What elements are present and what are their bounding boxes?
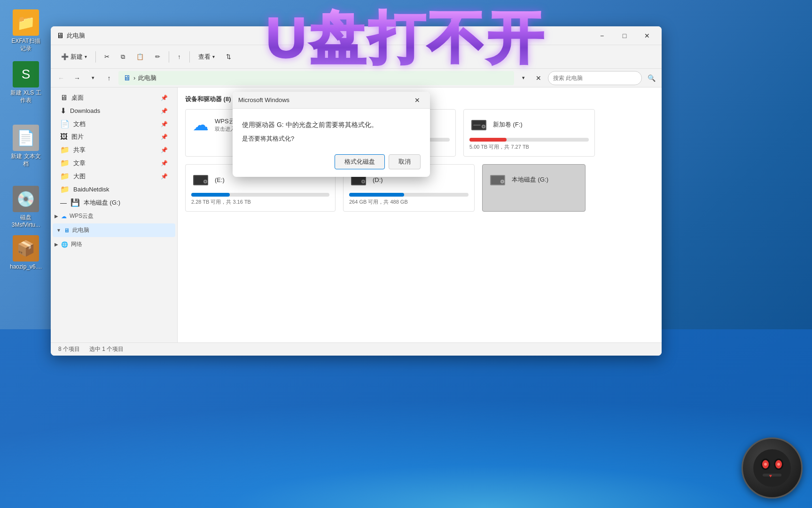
close-address-button[interactable]: ✕ bbox=[532, 71, 545, 85]
title-bar-text: 此电脑 bbox=[67, 32, 85, 40]
toolbar: ➕ 新建 ▾ ✂ ⧉ 📋 ✏ ↑ 查看 ▾ ⇅ bbox=[51, 45, 662, 69]
cut-icon: ✂ bbox=[104, 53, 109, 60]
minimize-button[interactable]: − bbox=[591, 28, 613, 43]
dialog-close-button[interactable]: ✕ bbox=[410, 94, 424, 107]
view-dropdown-icon: ▾ bbox=[212, 54, 215, 59]
search-input[interactable] bbox=[548, 71, 642, 85]
svg-point-23 bbox=[753, 449, 791, 487]
e-drive-icon bbox=[191, 170, 210, 189]
back-button[interactable]: ← bbox=[55, 71, 68, 85]
path-icon: 🖥 bbox=[123, 74, 131, 82]
desktop-icon-text[interactable]: 📄 新建 文本文档 bbox=[5, 125, 47, 167]
desktop-icon-haozip[interactable]: 📦 haozip_v6.... bbox=[5, 235, 47, 271]
e-drive-size: 2.28 TB 可用，共 3.16 TB bbox=[191, 198, 329, 206]
bigpic-icon: 📁 bbox=[60, 172, 70, 181]
new-button[interactable]: ➕ 新建 ▾ bbox=[56, 51, 92, 63]
title-bar-controls: − □ ✕ bbox=[591, 26, 658, 45]
sidebar-item-bigpic[interactable]: 📁 大图 📌 bbox=[53, 170, 175, 183]
pin-icon-downloads: 📌 bbox=[161, 108, 168, 114]
d-drive-bar-fill bbox=[349, 193, 404, 197]
desktop-icon: 🖥 bbox=[60, 94, 68, 102]
view-button[interactable]: 查看 ▾ bbox=[194, 51, 219, 63]
path-text: 此电脑 bbox=[138, 74, 156, 82]
item-count: 8 个项目 bbox=[58, 345, 80, 353]
dialog-title: Microsoft Windows bbox=[238, 96, 410, 103]
up-button[interactable]: ↑ bbox=[102, 71, 116, 85]
sidebar-item-baidunetdisk[interactable]: 📁 BaiduNetdisk bbox=[53, 183, 175, 196]
robot-mascot: ♥ bbox=[742, 437, 803, 499]
rename-icon: ✏ bbox=[155, 53, 160, 60]
toolbar-separator-2 bbox=[169, 51, 169, 63]
d-drive-size: 264 GB 可用，共 488 GB bbox=[349, 198, 468, 206]
wps-cloud-icon: ☁ bbox=[61, 213, 67, 220]
sidebar-item-articles[interactable]: 📁 文章 📌 bbox=[53, 157, 175, 169]
share-button[interactable]: ↑ bbox=[173, 51, 186, 62]
sidebar-section-wps[interactable]: ▶ ☁ WPS云盘 bbox=[51, 209, 177, 223]
cancel-button[interactable]: 取消 bbox=[389, 154, 421, 169]
format-button[interactable]: 格式化磁盘 bbox=[335, 154, 385, 169]
pin-icon-articles: 📌 bbox=[161, 160, 168, 167]
e-drive-name: (E:) bbox=[215, 176, 329, 183]
maximize-button[interactable]: □ bbox=[614, 28, 635, 43]
sidebar-item-desktop[interactable]: 🖥 桌面 📌 bbox=[53, 92, 175, 104]
sidebar-item-downloads[interactable]: ⬇ Downloads 📌 bbox=[53, 104, 175, 117]
sidebar-item-shared[interactable]: 📁 共享 📌 bbox=[53, 143, 175, 156]
articles-icon: 📁 bbox=[60, 159, 70, 167]
recent-button[interactable]: ▾ bbox=[86, 71, 100, 85]
svg-rect-30 bbox=[763, 474, 781, 476]
sidebar-item-local-g[interactable]: — 💾 本地磁盘 (G:) bbox=[53, 196, 175, 209]
downloads-icon: ⬇ bbox=[60, 106, 66, 115]
e-drive-bar-fill bbox=[191, 193, 230, 197]
dialog-body: 使用驱动器 G: 中的光盘之前需要将其格式化。 是否要将其格式化? 格式化磁盘 … bbox=[233, 109, 430, 177]
desktop-icon-disk[interactable]: 💿 磁盘3MsfVirtu... bbox=[5, 186, 47, 229]
dropdown-button[interactable]: ▾ bbox=[517, 71, 530, 85]
svg-text:♥: ♥ bbox=[769, 473, 772, 478]
path-separator: › bbox=[133, 74, 135, 81]
local-g-icon: 💾 bbox=[70, 198, 80, 207]
e-drive-bar-bg bbox=[191, 193, 329, 197]
network-arrow-icon: ▶ bbox=[55, 242, 58, 247]
pin-icon-pictures: 📌 bbox=[161, 134, 168, 140]
title-bar-icon: 🖥 bbox=[56, 32, 64, 40]
pin-icon: 📌 bbox=[161, 95, 168, 101]
pin-icon-documents: 📌 bbox=[161, 121, 168, 127]
f-drive-bar-bg bbox=[469, 138, 589, 142]
address-path[interactable]: 🖥 › 此电脑 bbox=[118, 71, 514, 85]
search-button[interactable]: 🔍 bbox=[645, 71, 658, 85]
sidebar-section-network[interactable]: ▶ 🌐 网络 bbox=[51, 238, 177, 251]
desktop-icon-excel[interactable]: S 新建 XLS 工作表 bbox=[5, 61, 47, 104]
f-drive-name: 新加卷 (F:) bbox=[493, 120, 589, 129]
paste-icon: 📋 bbox=[136, 53, 144, 60]
dialog-message: 使用驱动器 G: 中的光盘之前需要将其格式化。 bbox=[242, 120, 421, 130]
pin-icon-bigpic: 📌 bbox=[161, 173, 168, 180]
paste-button[interactable]: 📋 bbox=[132, 51, 148, 62]
sidebar: 🖥 桌面 📌 ⬇ Downloads 📌 📄 文档 📌 🖼 图片 📌 📁 bbox=[51, 87, 178, 342]
svg-point-18 bbox=[362, 181, 364, 183]
wps-drive-icon: ☁ bbox=[191, 115, 210, 134]
selected-count: 选中 1 个项目 bbox=[89, 345, 124, 353]
sidebar-section-thispc[interactable]: ▼ 🖥 此电脑 bbox=[53, 223, 175, 237]
shared-icon: 📁 bbox=[60, 145, 70, 154]
forward-button[interactable]: → bbox=[70, 71, 84, 85]
svg-point-14 bbox=[204, 181, 206, 183]
close-button[interactable]: ✕ bbox=[636, 28, 658, 43]
d-drive-name: (D:) bbox=[373, 176, 468, 183]
title-bar: 🖥 此电脑 − □ ✕ bbox=[51, 26, 662, 45]
baidunetdisk-icon: 📁 bbox=[60, 185, 70, 194]
dialog-buttons: 格式化磁盘 取消 bbox=[242, 154, 421, 169]
cut-button[interactable]: ✂ bbox=[100, 51, 114, 62]
copy-button[interactable]: ⧉ bbox=[116, 51, 130, 63]
sidebar-item-documents[interactable]: 📄 文档 📌 bbox=[53, 118, 175, 130]
toolbar-separator-1 bbox=[95, 51, 96, 63]
sort-button[interactable]: ⇅ bbox=[221, 51, 236, 62]
svg-point-22 bbox=[501, 181, 503, 183]
desktop-icon-exfat[interactable]: 📁 EXFAT扫描记录 bbox=[5, 9, 47, 52]
f-drive-icon bbox=[469, 115, 488, 134]
drive-card-g[interactable]: 本地磁盘 (G:) bbox=[482, 164, 586, 212]
rename-button[interactable]: ✏ bbox=[150, 51, 165, 62]
sidebar-item-pictures[interactable]: 🖼 图片 📌 bbox=[53, 131, 175, 143]
status-bar: 8 个项目 选中 1 个项目 bbox=[51, 342, 662, 356]
copy-icon: ⧉ bbox=[121, 53, 125, 61]
pictures-icon: 🖼 bbox=[60, 133, 68, 141]
drive-card-f[interactable]: 新加卷 (F:) 5.00 TB 可用，共 7.27 TB bbox=[463, 109, 595, 157]
